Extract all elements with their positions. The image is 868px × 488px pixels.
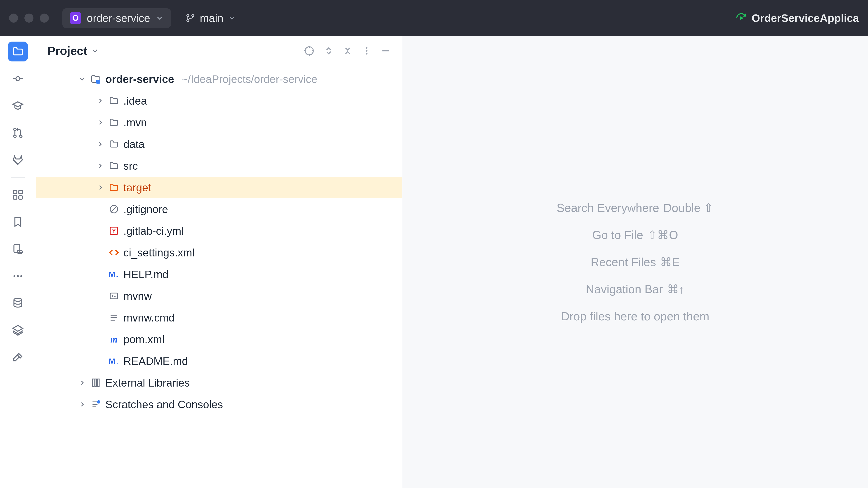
database-tool-button[interactable] — [8, 293, 28, 313]
tree-file-gitignore[interactable]: .gitignore — [36, 198, 402, 220]
select-opened-file-button[interactable] — [304, 45, 315, 56]
xml-file-icon — [108, 247, 120, 258]
tree-file-mvnw[interactable]: mvnw — [36, 285, 402, 307]
minimize-window-button[interactable] — [24, 13, 33, 23]
svg-marker-3 — [740, 16, 744, 20]
panel-title[interactable]: Project — [48, 44, 99, 58]
project-icon: O — [70, 12, 81, 24]
persistence-tool-button[interactable] — [8, 239, 28, 259]
tree-scratches[interactable]: Scratches and Consoles — [36, 394, 402, 415]
gitlab-icon — [12, 154, 24, 166]
folder-excluded-icon — [108, 182, 120, 193]
tree-file-ci-settings[interactable]: ci_settings.xml — [36, 242, 402, 263]
folder-icon — [108, 160, 120, 172]
tree-node-label: .mvn — [123, 116, 147, 129]
bookmark-icon — [12, 216, 24, 228]
svg-point-17 — [17, 275, 19, 277]
svg-point-1 — [192, 14, 194, 17]
library-icon — [90, 377, 102, 389]
chevron-down-icon[interactable] — [78, 75, 86, 83]
tree-folder-target[interactable]: target — [36, 177, 402, 198]
persistence-icon — [12, 243, 24, 255]
tree-file-readme-md[interactable]: M↓ README.md — [36, 350, 402, 372]
chevron-down-icon — [156, 14, 164, 22]
svg-point-18 — [20, 275, 22, 277]
shortcut-label: Go to File — [592, 228, 643, 242]
merge-request-icon — [12, 127, 24, 139]
window-controls — [9, 13, 49, 23]
project-tree[interactable]: order-service ~/IdeaProjects/order-servi… — [36, 66, 402, 418]
scratches-icon — [90, 398, 102, 410]
minimize-icon — [381, 46, 391, 56]
module-folder-icon — [90, 73, 102, 85]
main: Project — [0, 36, 868, 488]
hide-panel-button[interactable] — [381, 45, 391, 56]
chevron-down-icon — [228, 14, 236, 22]
chevron-right-icon[interactable] — [78, 379, 86, 387]
chevron-right-icon[interactable] — [96, 140, 104, 148]
commit-tool-button[interactable] — [8, 69, 28, 89]
shell-file-icon — [108, 290, 120, 302]
collapse-all-button[interactable] — [343, 45, 352, 56]
markdown-file-icon: M↓ — [108, 355, 120, 367]
gitlab-tool-button[interactable] — [8, 150, 28, 170]
svg-point-28 — [366, 53, 367, 55]
project-panel: Project — [36, 36, 402, 488]
structure-tool-button[interactable] — [8, 185, 28, 205]
folder-icon — [108, 95, 120, 107]
tree-file-gitlab-ci[interactable]: Y .gitlab-ci.yml — [36, 220, 402, 242]
learn-tool-button[interactable] — [8, 96, 28, 116]
svg-rect-41 — [95, 379, 96, 387]
tree-node-label: mvnw — [123, 290, 152, 302]
merge-requests-tool-button[interactable] — [8, 123, 28, 143]
folder-icon — [108, 138, 120, 150]
tree-file-pom-xml[interactable]: m pom.xml — [36, 328, 402, 350]
layers-icon — [12, 324, 24, 336]
svg-rect-40 — [92, 379, 94, 387]
svg-point-7 — [14, 128, 16, 131]
tree-external-libraries[interactable]: External Libraries — [36, 372, 402, 394]
drop-hint-text: Drop files here to open them — [561, 310, 709, 323]
project-tool-button[interactable] — [8, 41, 28, 61]
more-horizontal-icon — [12, 270, 24, 282]
chevron-right-icon[interactable] — [96, 162, 104, 170]
tree-node-label: order-service — [105, 73, 174, 86]
target-icon — [304, 45, 315, 56]
tree-folder-idea[interactable]: .idea — [36, 90, 402, 111]
tree-node-label: README.md — [123, 355, 188, 367]
project-name: order-service — [87, 12, 150, 24]
build-tool-button[interactable] — [8, 348, 28, 367]
panel-options-button[interactable] — [362, 45, 372, 56]
tree-node-label: Scratches and Consoles — [105, 398, 223, 411]
maximize-window-button[interactable] — [40, 13, 49, 23]
shortcut-label: Search Everywhere — [557, 201, 659, 215]
tree-folder-mvn[interactable]: .mvn — [36, 111, 402, 133]
tree-root[interactable]: order-service ~/IdeaProjects/order-servi… — [36, 68, 402, 90]
tree-node-label: ci_settings.xml — [123, 247, 195, 259]
chevron-right-icon[interactable] — [96, 97, 104, 105]
chevron-right-icon[interactable] — [96, 119, 104, 127]
layers-tool-button[interactable] — [8, 320, 28, 340]
svg-marker-20 — [13, 325, 23, 331]
run-config[interactable]: OrderServiceApplica — [735, 12, 859, 24]
shortcut-goto-file: Go to File ⇧⌘O — [592, 228, 678, 242]
bookmarks-tool-button[interactable] — [8, 212, 28, 232]
svg-point-19 — [14, 298, 22, 301]
hammer-icon — [12, 352, 24, 363]
tree-node-path: ~/IdeaProjects/order-service — [181, 73, 317, 86]
project-selector[interactable]: O order-service — [62, 8, 171, 28]
tree-folder-src[interactable]: src — [36, 155, 402, 177]
more-tool-button[interactable] — [8, 266, 28, 286]
database-icon — [12, 297, 24, 309]
chevron-right-icon[interactable] — [96, 184, 104, 192]
expand-all-button[interactable] — [324, 45, 334, 56]
tree-file-mvnw-cmd[interactable]: mvnw.cmd — [36, 307, 402, 328]
shortcut-keys: ⇧⌘O — [647, 228, 678, 242]
close-window-button[interactable] — [9, 13, 18, 23]
run-loop-icon — [735, 12, 747, 24]
folder-icon — [12, 46, 24, 57]
branch-selector[interactable]: main — [180, 8, 241, 28]
tree-file-help-md[interactable]: M↓ HELP.md — [36, 263, 402, 285]
chevron-right-icon[interactable] — [78, 400, 86, 409]
tree-folder-data[interactable]: data — [36, 133, 402, 155]
